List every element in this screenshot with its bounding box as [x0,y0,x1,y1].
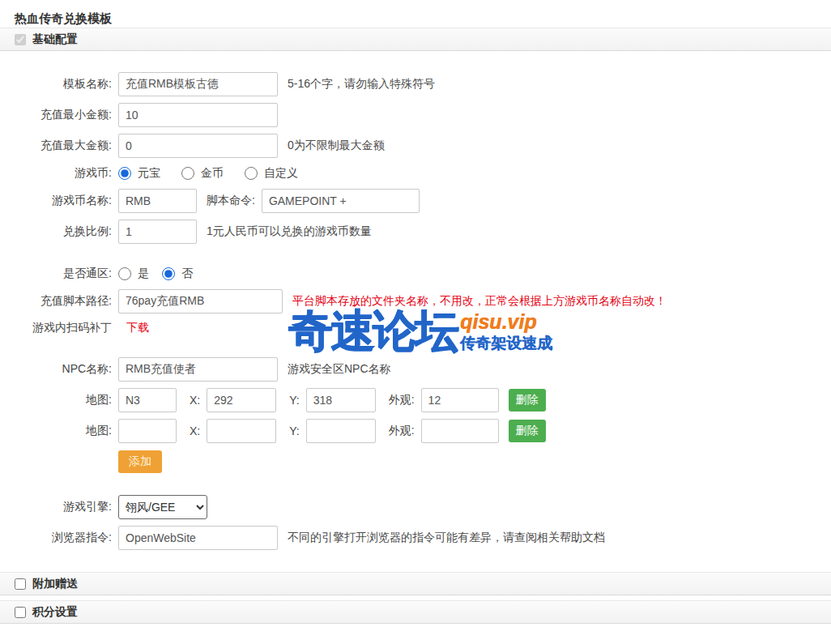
currency-radio-group: 元宝 金币 自定义 [118,166,298,181]
watermark-site-text: qisu.vip [460,312,552,332]
browser-cmd-hint: 不同的引擎打开浏览器的指令可能有差异，请查阅相关帮助文档 [288,531,605,545]
map-row-2: 地图: X: Y: 外观: 删除 [15,419,831,443]
map-x-input[interactable] [207,388,276,412]
browser-cmd-row: 浏览器指令: 不同的引擎打开浏览器的指令可能有差异，请查阅相关帮助文档 [15,526,831,550]
script-command-label: 脚本命令: [207,194,255,208]
points-checkbox[interactable] [15,607,26,618]
map-delete-button[interactable]: 删除 [509,420,546,442]
template-name-row: 模板名称: 5-16个字，请勿输入特殊符号 [15,72,831,96]
section-basic-config[interactable]: 基础配置 [0,28,831,51]
script-path-label: 充值脚本路径: [15,294,112,309]
map-input[interactable] [118,419,177,443]
currency-option-custom-label: 自定义 [264,166,298,181]
cross-server-row: 是否通区: 是 否 [15,265,831,283]
cross-server-radio-group: 是 否 [118,267,193,281]
map-y-input[interactable] [306,419,376,443]
currency-radio-gold[interactable] [181,167,194,180]
exchange-rate-row: 兑换比例: 1元人民币可以兑换的游戏币数量 [15,220,831,244]
currency-row: 游戏币: 元宝 金币 自定义 [15,164,831,182]
engine-row: 游戏引擎: 翎风/GEE [15,495,831,519]
add-map-button[interactable]: 添加 [118,450,162,473]
max-amount-hint: 0为不限制最大金额 [288,139,385,153]
currency-option-gold-label: 金币 [201,166,224,181]
page-title: 热血传奇兑换模板 [0,0,831,28]
section-points[interactable]: 积分设置 [0,600,831,624]
map-skin-label: 外观: [389,393,415,407]
max-amount-row: 充值最大金额: 0为不限制最大金额 [15,134,831,158]
map-skin-input[interactable] [421,419,499,443]
currency-option-custom[interactable]: 自定义 [245,166,298,181]
min-amount-label: 充值最小金额: [15,108,112,122]
currency-radio-yuanbao[interactable] [118,167,131,180]
engine-label: 游戏引擎: [15,500,112,514]
min-amount-input[interactable] [118,103,278,127]
cross-server-radio-yes[interactable] [118,267,131,280]
cross-server-radio-no[interactable] [162,267,175,280]
map-y-label: Y: [289,424,299,437]
npc-name-row: NPC名称: 游戏安全区NPC名称 [15,357,831,382]
add-row: 添加 [15,450,831,474]
max-amount-input[interactable] [118,134,278,158]
currency-label: 游戏币: [15,166,112,181]
map-label: 地图: [15,393,112,407]
min-amount-row: 充值最小金额: [15,103,831,127]
cross-server-option-no[interactable]: 否 [162,267,193,281]
map-skin-input[interactable] [421,388,499,412]
watermark-tagline-text: 传奇架设速成 [460,335,552,351]
currency-option-gold[interactable]: 金币 [181,166,224,181]
script-path-input[interactable] [118,289,283,313]
currency-option-yuanbao-label: 元宝 [138,166,160,181]
currency-radio-custom[interactable] [245,167,258,180]
basic-config-form: 模板名称: 5-16个字，请勿输入特殊符号 充值最小金额: 充值最大金额: 0为… [0,51,831,550]
watermark-side: qisu.vip 传奇架设速成 [460,312,552,351]
currency-name-label: 游戏币名称: [15,194,112,208]
template-name-hint: 5-16个字，请勿输入特殊符号 [288,77,435,92]
qr-patch-label: 游戏内扫码补丁 [15,321,112,335]
bonus-checkbox[interactable] [15,578,26,590]
watermark-main-text: 奇速论坛 [288,309,457,353]
basic-config-label: 基础配置 [32,32,78,47]
npc-name-hint: 游戏安全区NPC名称 [288,362,391,377]
exchange-rate-hint: 1元人民币可以兑换的游戏币数量 [207,224,372,239]
npc-name-label: NPC名称: [15,362,112,377]
map-label: 地图: [15,424,112,438]
cross-server-option-yes-label: 是 [138,267,149,281]
exchange-rate-input[interactable] [118,220,197,244]
map-x-label: X: [190,394,200,407]
exchange-rate-label: 兑换比例: [15,224,112,239]
map-row-1: 地图: X: Y: 外观: 删除 [15,388,831,412]
page: 热血传奇兑换模板 基础配置 模板名称: 5-16个字，请勿输入特殊符号 充值最小… [0,0,831,644]
map-y-input[interactable] [306,388,376,412]
map-y-label: Y: [289,394,299,407]
cross-server-option-yes[interactable]: 是 [118,267,149,281]
currency-option-yuanbao[interactable]: 元宝 [118,166,160,181]
browser-cmd-label: 浏览器指令: [15,531,112,545]
watermark: 奇速论坛 qisu.vip 传奇架设速成 [288,309,552,353]
currency-name-input[interactable] [118,189,197,213]
map-skin-label: 外观: [389,424,415,438]
template-name-label: 模板名称: [15,77,112,92]
cross-server-option-no-label: 否 [181,267,193,281]
engine-select[interactable]: 翎风/GEE [118,495,207,519]
basic-config-checkbox [15,34,26,45]
browser-cmd-input[interactable] [118,526,278,550]
map-input[interactable] [118,388,177,412]
max-amount-label: 充值最大金额: [15,139,112,153]
qr-patch-download-link[interactable]: 下载 [126,321,149,335]
map-delete-button[interactable]: 删除 [509,389,546,412]
map-x-input[interactable] [207,419,276,443]
currency-name-row: 游戏币名称: 脚本命令: [15,189,831,213]
npc-name-input[interactable] [118,357,278,382]
map-x-label: X: [190,424,200,437]
template-name-input[interactable] [118,72,278,96]
script-command-input[interactable] [262,189,420,213]
bonus-label: 附加赠送 [32,577,78,591]
cross-server-label: 是否通区: [15,267,112,281]
section-bonus[interactable]: 附加赠送 [0,572,831,595]
points-label: 积分设置 [32,605,78,620]
